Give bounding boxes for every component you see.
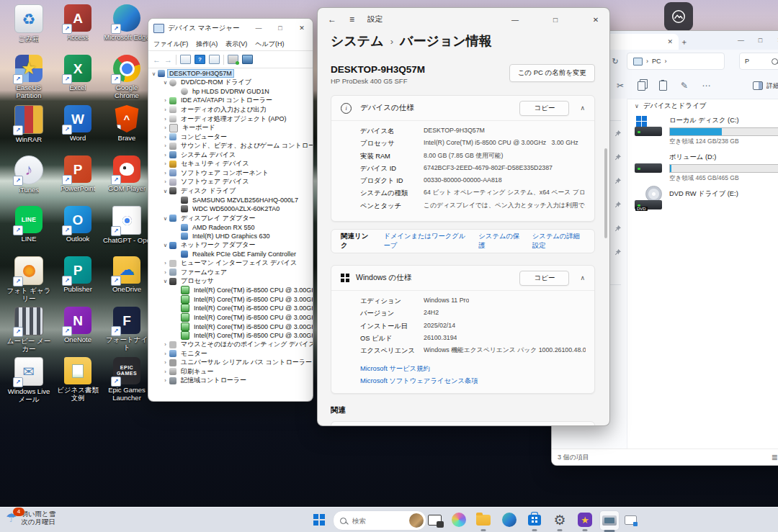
copilot-button[interactable] [450, 510, 468, 529]
device-tree-item[interactable]: ∨ プロセッサ [148, 277, 313, 287]
tree-expander-icon[interactable]: › [161, 341, 169, 348]
tree-expander-icon[interactable]: › [161, 134, 169, 140]
start-button[interactable] [310, 510, 328, 529]
menu-item[interactable]: 操作(A) [196, 40, 218, 49]
close-button[interactable]: ✕ [582, 8, 609, 31]
back-icon[interactable]: ← [153, 55, 161, 64]
desktop-icon[interactable]: N ↗ OneNote [53, 307, 102, 357]
minimize-button[interactable]: — [731, 31, 751, 50]
tray-app-button[interactable] [621, 510, 640, 529]
edge-button[interactable] [500, 510, 519, 529]
easeus-button[interactable]: ★ [576, 510, 594, 529]
device-tree-item[interactable]: › モニター [148, 349, 313, 359]
menu-item[interactable]: ヘルプ(H) [255, 40, 284, 49]
details-view-button[interactable]: 詳細 [753, 81, 778, 91]
desktop-icon[interactable]: ↗ Microsoft Edge [102, 4, 151, 55]
breadcrumb-pc[interactable]: PC [652, 58, 661, 65]
maximize-button[interactable]: □ [542, 8, 569, 31]
tree-expander-icon[interactable]: ∨ [161, 215, 169, 222]
tree-expander-icon[interactable]: › [161, 269, 169, 276]
desktop-icon[interactable]: ↗ ChatGPT - OpenAI [102, 206, 151, 256]
device-tree-item[interactable]: › オーディオの入力および出力 [148, 105, 313, 114]
back-icon[interactable]: ← [328, 14, 336, 24]
scrollbar[interactable] [604, 148, 607, 238]
device-tree-item[interactable]: › ソフトウェア コンポーネント [148, 168, 313, 178]
tree-expander-icon[interactable]: › [161, 260, 169, 266]
device-tree-item[interactable]: hp HLDS DVDRW GUD1N [148, 87, 313, 96]
drive-item[interactable]: ボリューム (D:) 空き領域 465 GB/465 GB [635, 153, 778, 183]
desktop-icon[interactable]: ★ ↗ EaseUS Partition Master 18.0 [4, 55, 53, 105]
copy-button[interactable]: コピー [519, 101, 569, 116]
device-tree-item[interactable]: › マウスとそのほかのポインティング デバイス [148, 340, 313, 349]
device-tree-item[interactable]: SAMSUNG MZVLB256HAHQ-000L7 [148, 196, 313, 205]
explorer-search-box[interactable]: P [739, 53, 778, 70]
windows-spec-header[interactable]: Windows の仕様 コピー ∧ [331, 266, 594, 290]
device-spec-header[interactable]: i デバイスの仕様 コピー ∧ [331, 96, 594, 120]
device-tree-item[interactable]: Intel(R) Core(TM) i5-8500 CPU @ 3.00GHz [148, 322, 313, 331]
desktop-icon[interactable]: ♪ ↗ iTunes [4, 155, 53, 206]
device-tree-item[interactable]: Realtek PCIe GbE Family Controller [148, 250, 313, 259]
desktop-icon[interactable]: ^ ↗ Brave [102, 105, 151, 155]
related-link[interactable]: システムの保護 [478, 232, 519, 251]
device-tree-item[interactable]: Intel(R) Core(TM) i5-8500 CPU @ 3.00GHz [148, 286, 313, 295]
tree-expander-icon[interactable]: › [161, 170, 169, 176]
monitor-icon[interactable] [242, 55, 253, 64]
tree-expander-icon[interactable]: › [161, 152, 169, 158]
device-tree-item[interactable]: ∨ ディスプレイ アダプター [148, 214, 313, 223]
desktop-icon[interactable]: ↗ フォト ギャラリー [4, 256, 53, 307]
desktop-icon[interactable]: ♻ ごみ箱 [4, 4, 53, 55]
settings-button[interactable]: ⚙ [550, 510, 569, 529]
microsoft-store-button[interactable] [525, 510, 544, 529]
device-tree-item[interactable]: ∨ ディスク ドライブ [148, 186, 313, 196]
photos-app-icon[interactable] [664, 2, 693, 31]
device-tree-item[interactable]: Intel(R) UHD Graphics 630 [148, 232, 313, 241]
task-view-button[interactable] [425, 510, 444, 529]
new-tab-button[interactable]: ＋ [680, 37, 688, 48]
device-tree-item[interactable]: › オーディオ処理オブジェクト (APO) [148, 114, 313, 124]
minimize-button[interactable]: — [501, 8, 529, 31]
file-explorer-button[interactable] [474, 510, 493, 529]
tree-expander-icon[interactable]: › [161, 116, 169, 122]
search-input[interactable] [351, 516, 405, 526]
close-button[interactable]: ✕ [291, 19, 313, 37]
tree-expander-icon[interactable]: › [161, 161, 169, 167]
device-tree-item[interactable]: Intel(R) Core(TM) i5-8500 CPU @ 3.00GHz [148, 295, 313, 305]
rename-pc-button[interactable]: この PC の名前を変更 [509, 64, 595, 82]
maximize-button[interactable]: □ [269, 19, 291, 37]
product-key-card[interactable]: プロダクト キーとライセンス認証 › [331, 421, 595, 425]
forward-icon[interactable]: → [164, 55, 172, 64]
tree-expander-icon[interactable]: › [161, 359, 169, 366]
desktop-icon[interactable]: ビジネス書類文例 [53, 357, 102, 407]
tree-expander-icon[interactable]: ∨ [161, 278, 169, 284]
device-tree-item[interactable]: Intel(R) Core(TM) i5-8500 CPU @ 3.00GHz [148, 331, 313, 341]
tree-expander-icon[interactable]: ∨ [161, 79, 169, 86]
desktop-icon[interactable]: W ↗ Word [53, 105, 102, 155]
paste-icon[interactable] [659, 81, 667, 91]
section-devices-and-drives[interactable]: ∨ デバイスとドライブ [635, 102, 778, 111]
related-link[interactable]: システムの詳細設定 [532, 232, 585, 251]
device-tree-item[interactable]: › サウンド、ビデオ、およびゲーム コントローラー [148, 141, 313, 150]
maximize-button[interactable]: □ [751, 31, 770, 50]
device-tree-item[interactable]: WDC WD5000AZLX-60K2TA0 [148, 204, 313, 214]
device-tree-item[interactable]: Intel(R) Core(TM) i5-8500 CPU @ 3.00GHz [148, 304, 313, 313]
close-button[interactable]: ✕ [770, 31, 778, 50]
tree-expander-icon[interactable]: › [161, 97, 169, 104]
refresh-icon[interactable]: ↻ [609, 57, 621, 66]
device-tree-item[interactable]: ∨ DESKTOP-9H3Q57M [148, 69, 313, 78]
desktop-icon[interactable]: ☁ ↗ OneDrive [102, 256, 151, 307]
help-icon[interactable]: ? [194, 55, 205, 64]
tree-expander-icon[interactable]: › [161, 125, 169, 131]
drive-item[interactable]: ローカル ディスク (C:) 空き領域 124 GB/238 GB [635, 116, 778, 146]
device-tree-item[interactable]: › ユニバーサル シリアル バス コントローラー [148, 359, 313, 368]
copy-icon[interactable] [638, 81, 645, 91]
desktop-icon[interactable]: ✉ ↗ Windows Live メール [4, 357, 53, 407]
tree-expander-icon[interactable]: › [161, 143, 169, 149]
cut-icon[interactable]: ✂ [617, 81, 624, 91]
taskbar-search-box[interactable] [333, 510, 426, 531]
device-tree-item[interactable]: › ヒューマン インターフェイス デバイス [148, 258, 313, 268]
desktop-icon[interactable]: LINE ↗ LINE [4, 206, 53, 256]
license-link[interactable]: Microsoft サービス規約 [360, 364, 586, 374]
desktop-icon[interactable]: X ↗ Excel [53, 55, 102, 105]
hamburger-menu-icon[interactable]: ≡ [349, 14, 354, 24]
device-manager-button[interactable] [599, 510, 620, 531]
